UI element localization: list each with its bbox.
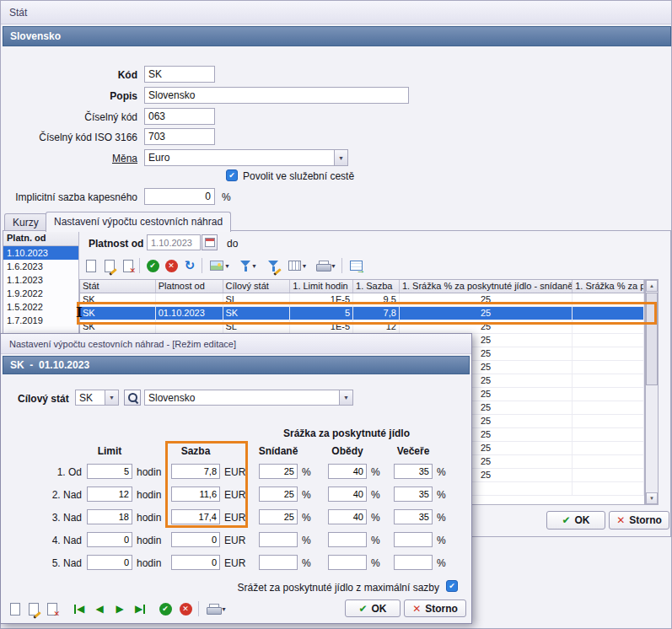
- column-header[interactable]: Cílový stát: [223, 280, 291, 293]
- tab-travel-compensation[interactable]: Nastavení výpočtu cestovních náhrad: [46, 212, 231, 232]
- grid-row[interactable]: SK01.10.2023SK57,825: [80, 307, 644, 320]
- rate-row: 4. NadhodinEUR%%%: [1, 529, 473, 551]
- dinner-deduction-input[interactable]: [394, 464, 433, 479]
- description-input[interactable]: [144, 87, 409, 104]
- dialog-titlebar[interactable]: Nastavení výpočtu cestovních náhrad - [R…: [1, 334, 471, 354]
- code-input[interactable]: [144, 66, 215, 83]
- validity-date-item[interactable]: 1.1.2023: [3, 273, 78, 287]
- column-header[interactable]: 1. Srážka % za poskytnuté jídlo - snídan…: [400, 280, 573, 293]
- validity-date-item[interactable]: 1.7.2019: [3, 314, 78, 327]
- column-header[interactable]: 1. Sazba: [353, 280, 400, 293]
- pocket-money-input[interactable]: [144, 188, 215, 205]
- dinner-deduction-input[interactable]: [394, 555, 433, 570]
- cancel-button[interactable]: ✕: [162, 256, 180, 275]
- description-label: Popis: [4, 90, 137, 102]
- next-record-button[interactable]: ▶: [110, 599, 129, 618]
- target-country-code-combo[interactable]: SK ▼: [75, 390, 119, 406]
- appearance-menu-button[interactable]: ▼: [207, 256, 234, 275]
- validity-date-item[interactable]: 1.5.2022: [3, 300, 78, 314]
- scroll-up-button[interactable]: ▲: [646, 280, 658, 292]
- limit-hours-input[interactable]: [87, 532, 132, 547]
- previous-record-button[interactable]: ◀: [90, 599, 109, 618]
- ok-button[interactable]: ✔ OK: [546, 511, 605, 530]
- print-menu-button[interactable]: ▼: [313, 256, 340, 275]
- print-menu-button[interactable]: ▼: [203, 599, 230, 618]
- grid-cell: 25: [400, 307, 573, 320]
- lunch-deduction-input[interactable]: [328, 509, 367, 524]
- validity-date-item[interactable]: 1.6.2023: [3, 260, 78, 273]
- numeric-code-input[interactable]: [144, 108, 215, 125]
- new-record-button[interactable]: [6, 599, 24, 618]
- first-record-button[interactable]: ◀: [70, 599, 89, 618]
- lunch-deduction-input[interactable]: [328, 532, 367, 547]
- lookup-button[interactable]: [124, 390, 141, 406]
- column-header[interactable]: Platnost od: [156, 280, 223, 293]
- validity-date-item[interactable]: 1.10.2023: [3, 246, 78, 260]
- calendar-button[interactable]: [202, 234, 218, 250]
- allow-business-trip-checkbox[interactable]: ✔: [226, 169, 238, 181]
- last-record-button[interactable]: ▶: [131, 599, 149, 618]
- new-record-icon: [10, 603, 20, 616]
- chevron-down-icon[interactable]: ▼: [105, 390, 118, 405]
- limit-hours-input[interactable]: [87, 555, 132, 570]
- iso-code-input[interactable]: [144, 128, 215, 145]
- limit-hours-input[interactable]: [87, 487, 132, 502]
- filter-edit-button[interactable]: [264, 256, 282, 275]
- filter-menu-button[interactable]: ▼: [235, 256, 262, 275]
- chevron-down-icon[interactable]: ▼: [334, 150, 347, 165]
- tab-kurzy[interactable]: Kurzy: [4, 213, 47, 231]
- window-title: Stát: [9, 7, 27, 19]
- scroll-thumb[interactable]: [646, 293, 658, 385]
- currency-label[interactable]: Měna: [4, 153, 137, 164]
- cancel-button[interactable]: ✕: [176, 599, 195, 618]
- grid-row[interactable]: SKSI1E-59,525: [80, 293, 644, 307]
- confirm-button[interactable]: ✔: [156, 599, 175, 618]
- pocket-money-suffix: %: [222, 191, 231, 203]
- currency-combo[interactable]: Euro ▼: [144, 149, 348, 166]
- grid-row[interactable]: SKSL1E-51225: [80, 320, 644, 334]
- dinner-deduction-input[interactable]: [394, 532, 433, 547]
- storno-button[interactable]: ✕ Storno: [609, 511, 669, 530]
- rate-input[interactable]: [171, 487, 220, 502]
- rate-input[interactable]: [171, 555, 220, 570]
- scroll-down-button[interactable]: ▼: [646, 492, 658, 504]
- column-header[interactable]: Stát: [80, 280, 156, 293]
- dialog-ok-button[interactable]: ✔ OK: [345, 599, 401, 617]
- window-titlebar[interactable]: Stát: [1, 1, 671, 24]
- delete-record-button[interactable]: ✕: [43, 599, 62, 618]
- dinner-deduction-input[interactable]: [394, 509, 433, 524]
- limit-hours-input[interactable]: [87, 464, 132, 479]
- delete-record-button[interactable]: ✕: [119, 256, 137, 275]
- dinner-deduction-input[interactable]: [394, 487, 433, 502]
- columns-menu-button[interactable]: ▼: [284, 256, 311, 275]
- breakfast-deduction-input[interactable]: [259, 464, 298, 479]
- target-country-name-combo[interactable]: Slovensko ▼: [144, 390, 353, 406]
- edit-record-button[interactable]: [100, 256, 119, 275]
- limit-hours-input[interactable]: [87, 509, 132, 524]
- chevron-down-icon[interactable]: ▼: [339, 390, 352, 405]
- lunch-deduction-input[interactable]: [328, 464, 367, 479]
- lunch-deduction-input[interactable]: [328, 487, 367, 502]
- validity-column-header[interactable]: Platn. od: [3, 231, 79, 246]
- rate-input[interactable]: [171, 509, 220, 524]
- breakfast-deduction-input[interactable]: [259, 555, 298, 570]
- rate-edit-dialog: Nastavení výpočtu cestovních náhrad - [R…: [0, 333, 472, 624]
- new-record-button[interactable]: [82, 256, 100, 275]
- grid-scrollbar[interactable]: ▲ ▼: [645, 279, 659, 505]
- breakfast-deduction-input[interactable]: [259, 532, 298, 547]
- confirm-button[interactable]: ✔: [143, 256, 162, 275]
- lunch-deduction-input[interactable]: [328, 555, 367, 570]
- dialog-storno-button[interactable]: ✕ Storno: [404, 599, 466, 617]
- rate-input[interactable]: [171, 464, 220, 479]
- column-header[interactable]: 1. Srážka % za pos: [573, 280, 644, 293]
- filter-validity-input[interactable]: [147, 234, 201, 250]
- edit-record-button[interactable]: [24, 599, 43, 618]
- breakfast-deduction-input[interactable]: [259, 487, 298, 502]
- refresh-button[interactable]: ↻: [180, 256, 199, 275]
- export-button[interactable]: →: [347, 256, 365, 275]
- max-rate-checkbox[interactable]: ✔: [446, 580, 458, 592]
- breakfast-deduction-input[interactable]: [259, 509, 298, 524]
- rate-input[interactable]: [171, 532, 220, 547]
- column-header[interactable]: 1. Limit hodin: [290, 280, 353, 293]
- validity-date-item[interactable]: 1.9.2022: [3, 287, 78, 300]
